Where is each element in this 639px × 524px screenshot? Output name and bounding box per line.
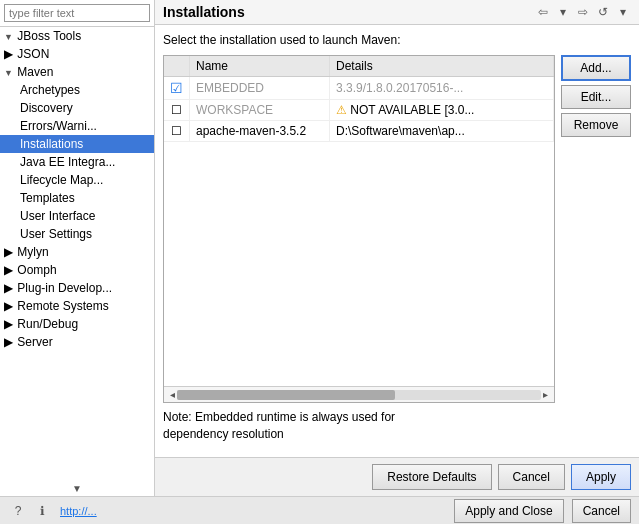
row-checkbox[interactable]: ☐ bbox=[164, 100, 190, 121]
row-details: 3.3.9/1.8.0.20170516-... bbox=[330, 77, 554, 100]
scrollbar-track[interactable] bbox=[177, 390, 541, 400]
edit-button[interactable]: Edit... bbox=[561, 85, 631, 109]
row-name: WORKSPACE bbox=[190, 100, 330, 121]
note-text: Note: Embedded runtime is always used fo… bbox=[163, 410, 395, 441]
collapse-arrow-icon: ▶ bbox=[4, 281, 14, 295]
sidebar-item-server[interactable]: ▶ Server bbox=[0, 333, 154, 351]
table-scroll-area[interactable]: Name Details ☑ EMBEDDED bbox=[164, 56, 554, 386]
bottom-left-icons: ? ℹ bbox=[8, 501, 52, 521]
collapse-arrow-icon: ▶ bbox=[4, 245, 14, 259]
sidebar-scroll-down[interactable]: ▼ bbox=[0, 481, 154, 496]
col-check bbox=[164, 56, 190, 77]
scrollbar-thumb[interactable] bbox=[177, 390, 395, 400]
sidebar-item-json[interactable]: ▶ JSON bbox=[0, 45, 154, 63]
row-details: D:\Software\maven\ap... bbox=[330, 121, 554, 142]
sidebar-item-maven[interactable]: ▼ Maven bbox=[0, 63, 154, 81]
sidebar-item-errors-warnings[interactable]: Errors/Warni... bbox=[0, 117, 154, 135]
checkbox-unchecked-icon: ☐ bbox=[171, 103, 182, 117]
main-container: ▼ JBoss Tools ▶ JSON ▼ Maven Archetypes … bbox=[0, 0, 639, 496]
sidebar-item-lifecycle-map[interactable]: Lifecycle Map... bbox=[0, 171, 154, 189]
row-checkbox[interactable]: ☐ bbox=[164, 121, 190, 142]
expand-arrow-icon: ▼ bbox=[4, 32, 14, 42]
action-buttons: Add... Edit... Remove bbox=[561, 55, 631, 403]
refresh-icon[interactable]: ↺ bbox=[595, 4, 611, 20]
row-name: apache-maven-3.5.2 bbox=[190, 121, 330, 142]
help-icon[interactable]: ? bbox=[8, 501, 28, 521]
row-name: EMBEDDED bbox=[190, 77, 330, 100]
apply-and-close-button[interactable]: Apply and Close bbox=[454, 499, 563, 523]
menu-icon[interactable]: ▾ bbox=[615, 4, 631, 20]
sidebar-item-archetypes[interactable]: Archetypes bbox=[0, 81, 154, 99]
collapse-arrow-icon: ▶ bbox=[4, 263, 14, 277]
sidebar-item-remote-systems[interactable]: ▶ Remote Systems bbox=[0, 297, 154, 315]
remove-button[interactable]: Remove bbox=[561, 113, 631, 137]
checkbox-unchecked-icon: ☐ bbox=[171, 124, 182, 138]
sidebar: ▼ JBoss Tools ▶ JSON ▼ Maven Archetypes … bbox=[0, 0, 155, 496]
sidebar-item-run-debug[interactable]: ▶ Run/Debug bbox=[0, 315, 154, 333]
row-checkbox[interactable]: ☑ bbox=[164, 77, 190, 100]
sidebar-item-jboss-tools[interactable]: ▼ JBoss Tools bbox=[0, 27, 154, 45]
sidebar-item-installations[interactable]: Installations bbox=[0, 135, 154, 153]
table-row[interactable]: ☐ WORKSPACE ⚠ NOT AVAILABLE [3.0... bbox=[164, 100, 554, 121]
sidebar-item-java-ee[interactable]: Java EE Integra... bbox=[0, 153, 154, 171]
info-icon[interactable]: ℹ bbox=[32, 501, 52, 521]
scroll-left-icon[interactable]: ◂ bbox=[168, 389, 177, 400]
header-toolbar: ⇦ ▾ ⇨ ↺ ▾ bbox=[535, 4, 631, 20]
content-body: Select the installation used to launch M… bbox=[155, 25, 639, 457]
collapse-arrow-icon: ▶ bbox=[4, 47, 14, 61]
dropdown-icon[interactable]: ▾ bbox=[555, 4, 571, 20]
status-link[interactable]: http://... bbox=[60, 505, 97, 517]
warning-icon: ⚠ bbox=[336, 103, 347, 117]
back-icon[interactable]: ⇦ bbox=[535, 4, 551, 20]
sidebar-item-mylyn[interactable]: ▶ Mylyn bbox=[0, 243, 154, 261]
filter-input[interactable] bbox=[4, 4, 150, 22]
bottom-bar: ? ℹ http://... Apply and Close Cancel bbox=[0, 496, 639, 524]
row-details: ⚠ NOT AVAILABLE [3.0... bbox=[330, 100, 554, 121]
collapse-arrow-icon: ▶ bbox=[4, 317, 14, 331]
table-row[interactable]: ☐ apache-maven-3.5.2 D:\Software\maven\a… bbox=[164, 121, 554, 142]
scroll-right-icon[interactable]: ▸ bbox=[541, 389, 550, 400]
installations-table-container: Name Details ☑ EMBEDDED bbox=[163, 55, 555, 403]
footer-buttons: Restore Defaults Cancel Apply bbox=[155, 457, 639, 496]
sidebar-item-plugin[interactable]: ▶ Plug-in Develop... bbox=[0, 279, 154, 297]
sidebar-item-oomph[interactable]: ▶ Oomph bbox=[0, 261, 154, 279]
sidebar-item-discovery[interactable]: Discovery bbox=[0, 99, 154, 117]
cancel-button[interactable]: Cancel bbox=[498, 464, 565, 490]
col-name: Name bbox=[190, 56, 330, 77]
sidebar-filter-area bbox=[0, 0, 154, 27]
sidebar-item-user-settings[interactable]: User Settings bbox=[0, 225, 154, 243]
content-description: Select the installation used to launch M… bbox=[163, 33, 631, 47]
sidebar-tree: ▼ JBoss Tools ▶ JSON ▼ Maven Archetypes … bbox=[0, 27, 154, 481]
sidebar-item-templates[interactable]: Templates bbox=[0, 189, 154, 207]
table-row[interactable]: ☑ EMBEDDED 3.3.9/1.8.0.20170516-... bbox=[164, 77, 554, 100]
restore-defaults-button[interactable]: Restore Defaults bbox=[372, 464, 491, 490]
installations-table: Name Details ☑ EMBEDDED bbox=[164, 56, 554, 142]
table-and-buttons: Name Details ☑ EMBEDDED bbox=[163, 55, 631, 403]
horizontal-scrollbar[interactable]: ◂ ▸ bbox=[164, 386, 554, 402]
apply-button[interactable]: Apply bbox=[571, 464, 631, 490]
expand-arrow-icon: ▼ bbox=[4, 68, 14, 78]
sidebar-item-user-interface[interactable]: User Interface bbox=[0, 207, 154, 225]
main-content: Installations ⇦ ▾ ⇨ ↺ ▾ Select the insta… bbox=[155, 0, 639, 496]
col-details: Details bbox=[330, 56, 554, 77]
forward-icon[interactable]: ⇨ bbox=[575, 4, 591, 20]
collapse-arrow-icon: ▶ bbox=[4, 299, 14, 313]
bottom-cancel-button[interactable]: Cancel bbox=[572, 499, 631, 523]
add-button[interactable]: Add... bbox=[561, 55, 631, 81]
collapse-arrow-icon: ▶ bbox=[4, 335, 14, 349]
content-header: Installations ⇦ ▾ ⇨ ↺ ▾ bbox=[155, 0, 639, 25]
note-area: Note: Embedded runtime is always used fo… bbox=[163, 403, 631, 449]
page-title: Installations bbox=[163, 4, 245, 20]
checkbox-checked-icon: ☑ bbox=[170, 80, 183, 96]
